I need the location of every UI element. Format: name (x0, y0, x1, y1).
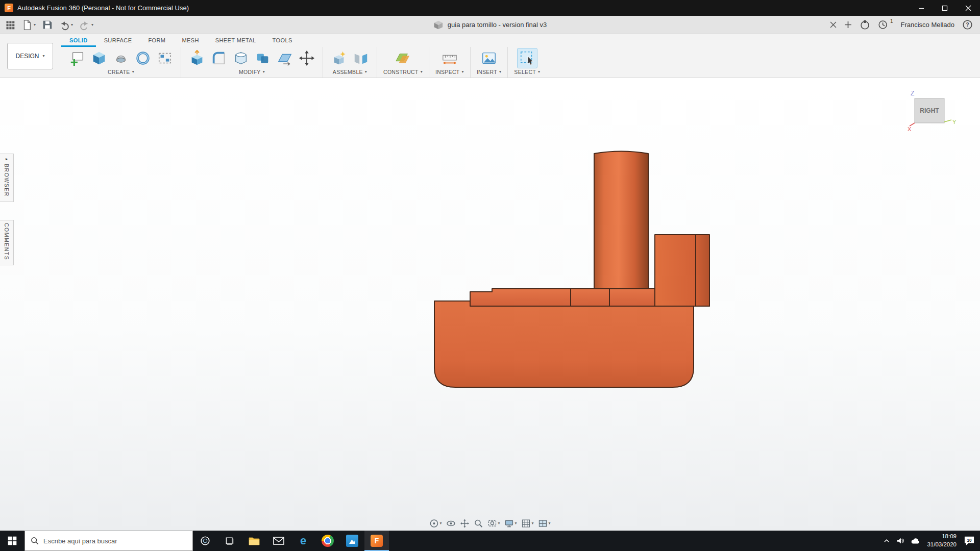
construct-plane-button[interactable] (393, 48, 412, 68)
cad-model[interactable] (0, 78, 980, 531)
select-menu-button[interactable]: SELECT▾ (514, 69, 540, 75)
combine-button[interactable] (253, 48, 273, 68)
window-controls (910, 0, 980, 16)
model-base-body[interactable] (434, 301, 694, 387)
save-icon (42, 19, 53, 30)
tab-form[interactable]: FORM (140, 35, 174, 47)
model-cylinder-boss[interactable] (594, 152, 648, 293)
modify-menu-button[interactable]: MODIFY▾ (239, 69, 265, 75)
user-account-button[interactable]: Francisco Mellado (901, 21, 955, 29)
clock-time: 18:09 (927, 533, 957, 541)
help-button[interactable]: ? (962, 19, 973, 30)
select-tool-button[interactable] (518, 48, 537, 68)
taskbar-clock[interactable]: 18:09 31/03/2020 (923, 533, 961, 548)
shell-button[interactable] (231, 48, 251, 68)
box-primitive-button[interactable] (89, 48, 109, 68)
fillet-button[interactable] (209, 48, 229, 68)
dropdown-caret-icon: ▾ (538, 70, 540, 74)
viewcube[interactable]: Z RIGHT X Y (908, 88, 961, 133)
maximize-button[interactable] (933, 0, 957, 16)
measure-button[interactable] (440, 48, 459, 68)
undo-button[interactable]: ▾ (59, 19, 73, 31)
expand-panel-icon: ▸ (6, 157, 8, 161)
tab-solid[interactable]: SOLID (61, 35, 96, 47)
taskbar-app-fusion[interactable]: F (364, 531, 389, 551)
fit-button[interactable]: ▾ (487, 518, 500, 529)
task-view-icon (225, 536, 235, 546)
workspace-selector[interactable]: DESIGN ▾ (7, 43, 53, 69)
combine-icon (255, 50, 271, 66)
job-status-button[interactable]: 1 (878, 19, 893, 30)
svg-text:?: ? (966, 21, 969, 28)
construct-menu-button[interactable]: CONSTRUCT▾ (383, 69, 423, 75)
comments-panel-tab[interactable]: COMMENTS (0, 220, 14, 265)
viewports-button[interactable]: ▾ (538, 518, 551, 529)
look-at-button[interactable] (446, 518, 456, 529)
redo-button[interactable]: ▾ (79, 19, 93, 31)
model-viewport[interactable]: ▸ BROWSER COMMENTS Z RIGHT X Y ▾ (0, 78, 980, 531)
joint-button[interactable] (351, 48, 371, 68)
create-sketch-button[interactable] (67, 48, 87, 68)
model-right-block[interactable] (655, 235, 709, 306)
tray-expand-button[interactable] (880, 531, 893, 551)
grid-snap-button[interactable]: ▾ (521, 518, 534, 529)
taskbar-app-photos[interactable] (340, 531, 364, 551)
tab-surface[interactable]: SURFACE (96, 35, 140, 47)
search-input[interactable] (43, 537, 187, 545)
fusion-window: F Autodesk Fusion 360 (Personal - Not fo… (0, 0, 980, 551)
task-view-button[interactable] (217, 531, 242, 551)
notification-bubble-icon: 10 (964, 536, 975, 546)
create-menu-button[interactable]: CREATE▾ (108, 69, 134, 75)
tab-tools[interactable]: TOOLS (264, 35, 301, 47)
move-copy-button[interactable] (297, 48, 316, 68)
insert-menu-button[interactable]: INSERT▾ (477, 69, 501, 75)
cortana-button[interactable] (193, 531, 217, 551)
tab-mesh[interactable]: MESH (174, 35, 207, 47)
dropdown-caret-icon: ▾ (462, 70, 464, 74)
new-component-button[interactable] (329, 48, 349, 68)
app-grid-button[interactable] (5, 20, 15, 30)
action-center-button[interactable]: 10 (961, 531, 978, 551)
taskbar-app-chrome[interactable] (315, 531, 340, 551)
pan-button[interactable] (459, 518, 470, 529)
dropdown-caret-icon: ▾ (499, 70, 501, 74)
display-settings-button[interactable]: ▾ (504, 518, 517, 529)
assemble-menu-button[interactable]: ASSEMBLE▾ (333, 69, 367, 75)
save-button[interactable] (42, 19, 53, 30)
joint-icon (353, 50, 369, 66)
taskbar-app-explorer[interactable] (242, 531, 266, 551)
extensions-button[interactable] (860, 19, 870, 30)
chevron-up-icon (883, 537, 890, 544)
minimize-button[interactable] (910, 0, 933, 16)
close-document-button[interactable] (830, 21, 837, 28)
document-tab[interactable]: guia para tornillo - version final v3 (433, 20, 547, 30)
pattern-button[interactable] (155, 48, 175, 68)
inspect-menu-button[interactable]: INSPECT▾ (435, 69, 464, 75)
revolve-button[interactable] (111, 48, 131, 68)
coil-button[interactable] (133, 48, 153, 68)
dropdown-caret-icon: ▾ (91, 23, 93, 27)
press-pull-button[interactable] (187, 48, 207, 68)
orbit-icon (429, 519, 438, 528)
construction-plane-icon (395, 50, 411, 66)
dropdown-caret-icon: ▾ (514, 521, 517, 525)
tab-sheet-metal[interactable]: SHEET METAL (207, 35, 264, 47)
offset-face-button[interactable] (275, 48, 295, 68)
insert-canvas-button[interactable] (479, 48, 499, 68)
close-tab-icon (830, 21, 837, 28)
taskbar-app-edge[interactable]: e (291, 531, 315, 551)
orbit-button[interactable]: ▾ (429, 518, 442, 529)
zoom-button[interactable] (473, 518, 483, 529)
taskbar-search[interactable] (24, 531, 193, 551)
browser-panel-tab[interactable]: ▸ BROWSER (0, 154, 14, 202)
close-button[interactable] (957, 0, 980, 16)
start-button[interactable] (0, 531, 24, 551)
windows-taskbar: e F 18:09 31/03/2020 10 (0, 531, 980, 551)
file-menu-button[interactable]: ▾ (21, 19, 36, 31)
new-tab-button[interactable] (844, 21, 852, 29)
taskbar-app-mail[interactable] (266, 531, 291, 551)
onedrive-button[interactable] (908, 531, 923, 551)
dropdown-caret-icon: ▾ (365, 70, 367, 74)
dropdown-caret-icon: ▾ (263, 70, 265, 74)
volume-button[interactable] (893, 531, 908, 551)
